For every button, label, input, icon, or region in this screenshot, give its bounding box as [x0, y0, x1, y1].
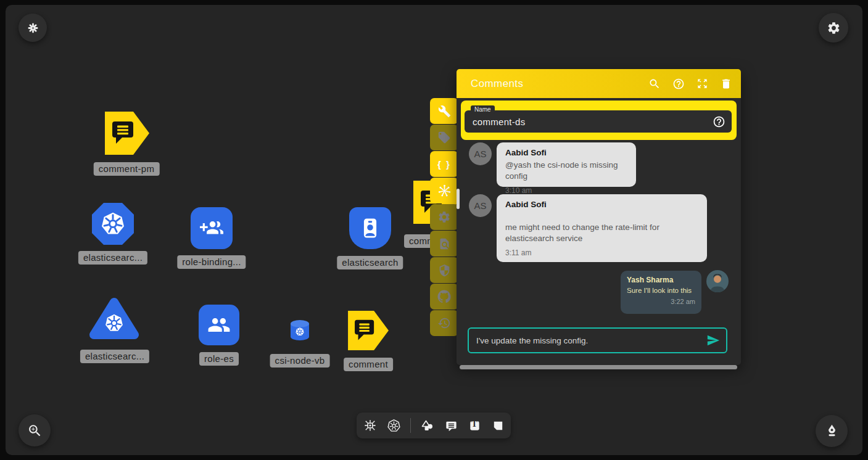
- name-field-highlight: Name: [461, 101, 737, 140]
- chat-input[interactable]: [469, 336, 704, 345]
- braces-icon: { }: [437, 159, 451, 170]
- shapes-icon: [420, 418, 435, 433]
- id-badge-icon: [357, 215, 384, 242]
- comments-panel-header[interactable]: Comments: [457, 69, 741, 98]
- pen-nib-icon: [824, 423, 840, 440]
- message-author: Aabid Sofi: [505, 148, 627, 157]
- doc-search-icon: [438, 237, 451, 250]
- circuit-icon: [363, 418, 378, 433]
- node-label: comment: [344, 358, 393, 371]
- send-button[interactable]: [704, 334, 722, 347]
- message-time: 3:22 am: [627, 298, 695, 305]
- group-add-icon: [200, 216, 223, 240]
- message-text: me might need to change the rate-limit f…: [505, 222, 698, 244]
- mesh-hub-icon: [437, 184, 452, 198]
- wrench-icon: [438, 105, 451, 118]
- node-label: elasticsearc...: [78, 251, 147, 265]
- chat-input-row: [468, 327, 727, 353]
- message-bubble: Aabid Sofi @yash the csi-node is missing…: [497, 142, 636, 187]
- tag-icon: [437, 131, 451, 144]
- toolbar-wrench-button[interactable]: [430, 98, 458, 124]
- circuit-tool-button[interactable]: [363, 418, 378, 433]
- node-label: role-binding...: [177, 255, 246, 269]
- toolbar-divider: [410, 418, 411, 433]
- message-time: 3:11 am: [505, 248, 698, 257]
- toolbar-doc-search-button[interactable]: [430, 231, 458, 257]
- text-tool-button[interactable]: T: [468, 419, 482, 433]
- node-comment-pm[interactable]: [105, 112, 149, 155]
- comment-shape-icon: [105, 112, 149, 155]
- meshery-flower-icon: [27, 22, 39, 35]
- toolbar-tag-button[interactable]: [430, 125, 458, 150]
- zoom-in-icon: [27, 423, 43, 438]
- node-label: elasticsearch: [337, 256, 403, 269]
- toolbar-settings-button[interactable]: [430, 204, 458, 230]
- settings-button[interactable]: [819, 13, 848, 43]
- node-role-binding[interactable]: [191, 207, 233, 249]
- node-action-toolbar: { }: [430, 98, 458, 337]
- toolbar-history-button[interactable]: [430, 310, 458, 336]
- name-input[interactable]: [465, 110, 732, 133]
- name-field-label: Name: [471, 105, 495, 114]
- toolbar-mesh-button[interactable]: [430, 178, 458, 203]
- gear-icon: [437, 210, 451, 224]
- node-label: comment-pm: [94, 162, 160, 176]
- node-comment[interactable]: [348, 311, 389, 350]
- message-author: Aabid Sofi: [505, 200, 698, 209]
- node-elasticsearch-octagon[interactable]: [91, 202, 135, 246]
- node-label: csi-node-vb: [270, 354, 330, 368]
- message-bubble: Aabid Sofi me might need to change the r…: [497, 194, 707, 262]
- message-bubble: Yash Sharma Sure I'll look into this 3:2…: [621, 271, 701, 314]
- message-author: Yash Sharma: [627, 276, 695, 284]
- send-icon: [706, 334, 720, 347]
- storage-cylinder-icon: [289, 319, 310, 342]
- shield-icon: [438, 264, 451, 277]
- node-csi-node-vb[interactable]: [289, 319, 310, 342]
- zoom-button[interactable]: [19, 414, 51, 446]
- people-icon: [207, 313, 231, 337]
- message-text: @yash the csi-node is missing config: [505, 160, 627, 182]
- kubernetes-tool-button[interactable]: [387, 419, 401, 433]
- expand-icon[interactable]: [696, 78, 708, 89]
- panel-title: Comments: [471, 78, 523, 90]
- avatar-photo: [706, 270, 729, 292]
- help-icon[interactable]: [713, 115, 725, 128]
- shapes-tool-button[interactable]: [420, 418, 435, 433]
- note-tool-button[interactable]: [491, 419, 505, 433]
- panel-vertical-scrollbar[interactable]: [457, 189, 460, 209]
- toolbar-github-button[interactable]: [430, 284, 458, 310]
- node-label: role-es: [199, 352, 239, 366]
- comment-shape-icon: [348, 311, 389, 350]
- shape-tools-toolbar: T: [357, 413, 511, 438]
- message-text: Sure I'll look into this: [627, 287, 695, 294]
- comment-tool-button[interactable]: [444, 419, 458, 433]
- panel-horizontal-scrollbar[interactable]: [460, 365, 737, 369]
- node-elasticsearch-triangle[interactable]: [89, 295, 139, 342]
- node-role-es[interactable]: [199, 305, 239, 345]
- kubernetes-icon: [387, 419, 401, 433]
- app-logo-button[interactable]: [19, 14, 47, 42]
- trash-icon[interactable]: [720, 78, 732, 90]
- history-icon: [437, 316, 451, 330]
- comments-panel: Comments Name AS Aabid Sofi @yash the cs…: [457, 69, 741, 365]
- node-label: elasticsearc...: [80, 350, 149, 363]
- avatar: AS: [469, 142, 492, 165]
- text-tool-glyph: T: [468, 419, 482, 429]
- toolbar-braces-button[interactable]: { }: [430, 151, 458, 177]
- gear-icon: [827, 21, 841, 35]
- note-icon: [491, 419, 505, 433]
- comment-icon: [444, 419, 458, 433]
- kubernetes-octagon-icon: [91, 202, 135, 246]
- help-icon[interactable]: [672, 78, 685, 90]
- github-icon: [437, 290, 451, 303]
- kubernetes-triangle-icon: [89, 295, 139, 342]
- avatar: AS: [469, 194, 492, 217]
- name-field: [465, 110, 732, 133]
- pen-tool-button[interactable]: [816, 415, 848, 447]
- search-icon[interactable]: [648, 78, 661, 90]
- node-elasticsearch-sa[interactable]: [349, 207, 391, 249]
- toolbar-shield-button[interactable]: [430, 257, 458, 283]
